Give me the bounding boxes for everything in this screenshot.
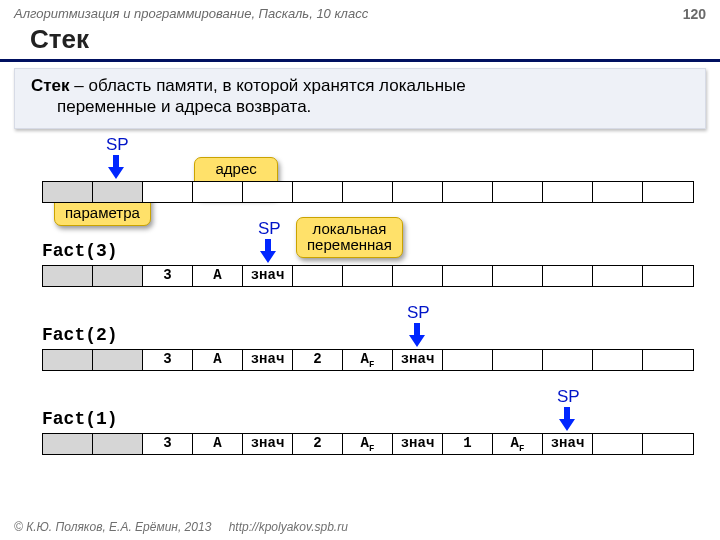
stack-cell [43, 350, 93, 370]
breadcrumb: Алгоритмизация и программирование, Паска… [14, 6, 368, 22]
stack-cell [593, 434, 643, 454]
definition-term: Стек [31, 76, 70, 95]
stack-cell [43, 182, 93, 202]
stack-cell: A [193, 434, 243, 454]
fact-1-label: Fact(1) [42, 409, 118, 429]
footer-copyright: © К.Ю. Поляков, Е.А. Ерёмин, 2013 [14, 520, 211, 534]
stack-cell [443, 182, 493, 202]
stack-cell [393, 182, 443, 202]
footer-link[interactable]: http://kpolyakov.spb.ru [229, 520, 348, 534]
arrow-down-icon [409, 323, 425, 347]
stack-cell: 1 [443, 434, 493, 454]
stack-cell [343, 266, 393, 286]
stack-cell: знач [243, 350, 293, 370]
page-title: Стек [0, 22, 720, 62]
header-bar: Алгоритмизация и программирование, Паска… [0, 0, 720, 22]
stack-cell: знач [393, 434, 443, 454]
stack-cell [193, 182, 243, 202]
stack-cell [293, 266, 343, 286]
stack-cell [93, 182, 143, 202]
stack-cell: 3 [143, 350, 193, 370]
stack-cell: 2 [293, 350, 343, 370]
stack-cell: 3 [143, 434, 193, 454]
arrow-down-icon [559, 407, 575, 431]
stack-row-fact1: 3Aзнач2AFзнач1AFзнач [42, 433, 694, 455]
stack-row-empty [42, 181, 694, 203]
arrow-down-icon [108, 155, 124, 179]
stack-cell: AF [343, 350, 393, 370]
fact-2-label: Fact(2) [42, 325, 118, 345]
stack-cell: знач [543, 434, 593, 454]
callout-local-variable: локальнаяпеременная [296, 217, 403, 258]
stack-cell [593, 182, 643, 202]
stack-cell [643, 266, 693, 286]
stack-cell: A [193, 350, 243, 370]
stack-cell [643, 350, 693, 370]
stack-cell [443, 350, 493, 370]
stack-cell [543, 350, 593, 370]
stack-cell [493, 266, 543, 286]
stack-cell [593, 350, 643, 370]
stack-cell: 2 [293, 434, 343, 454]
stack-row-fact3: 3Aзнач [42, 265, 694, 287]
footer: © К.Ю. Поляков, Е.А. Ерёмин, 2013 http:/… [14, 520, 348, 534]
sp-label-3: SP [557, 387, 580, 407]
stack-cell: знач [243, 434, 293, 454]
stack-cell [643, 434, 693, 454]
stack-cell [543, 266, 593, 286]
stack-cell: AF [493, 434, 543, 454]
fact-3-label: Fact(3) [42, 241, 118, 261]
stack-cell: 3 [143, 266, 193, 286]
arrow-down-icon [260, 239, 276, 263]
stack-cell [143, 182, 193, 202]
page-number: 120 [683, 6, 706, 22]
stack-cell: A [193, 266, 243, 286]
stack-cell [343, 182, 393, 202]
stack-cell [443, 266, 493, 286]
definition-text-2: переменные и адреса возврата. [31, 96, 689, 117]
stack-cell [43, 434, 93, 454]
stack-cell: знач [393, 350, 443, 370]
stack-cell [243, 182, 293, 202]
stack-cell: знач [243, 266, 293, 286]
stack-cell [293, 182, 343, 202]
sp-label-1: SP [258, 219, 281, 239]
stack-cell [493, 182, 543, 202]
definition-box: Стек – область памяти, в которой хранятс… [14, 68, 706, 129]
sp-label-0: SP [106, 135, 129, 155]
stack-cell [543, 182, 593, 202]
stack-row-fact2: 3Aзнач2AFзнач [42, 349, 694, 371]
definition-text-1: – область памяти, в которой хранятся лок… [70, 76, 466, 95]
stack-cell [393, 266, 443, 286]
stack-cell [93, 266, 143, 286]
stack-cell [643, 182, 693, 202]
stack-cell [43, 266, 93, 286]
stack-cell [593, 266, 643, 286]
stack-cell [493, 350, 543, 370]
stack-cell: AF [343, 434, 393, 454]
stack-cell [93, 434, 143, 454]
sp-label-2: SP [407, 303, 430, 323]
stack-cell [93, 350, 143, 370]
